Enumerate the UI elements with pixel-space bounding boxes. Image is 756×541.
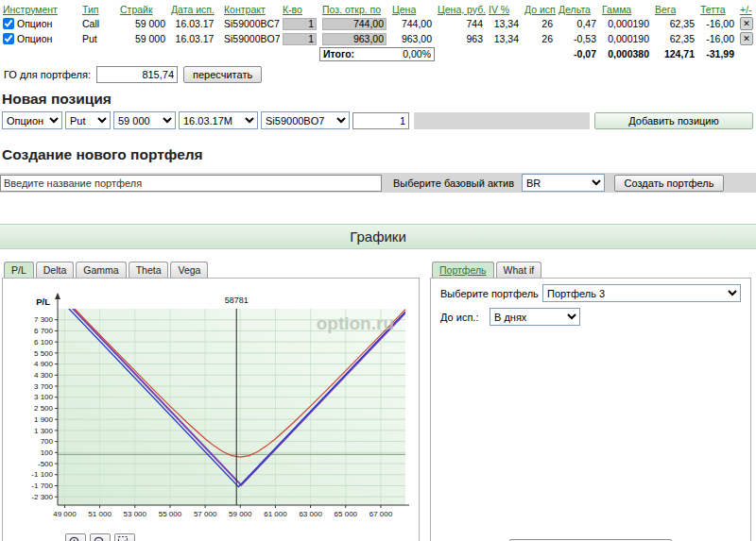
tab-vega[interactable]: Vega [170,262,208,278]
svg-text:P/L: P/L [36,296,50,307]
base-asset-select[interactable]: BR [522,174,605,192]
tab-what-if[interactable]: What if [496,262,542,278]
panels-area: P/L Delta Gamma Theta Vega 587817 3006 7… [0,262,756,541]
svg-text:3 700: 3 700 [34,382,54,391]
cell-strike: 59 000 [117,33,168,44]
exp-date-select[interactable]: 16.03.17M [179,111,258,129]
delete-row-button[interactable]: ✕ [740,17,753,30]
svg-text:51 000: 51 000 [88,510,112,518]
cell-vega: 62,35 [652,33,697,44]
contract-select[interactable]: Si59000BO7 [261,111,350,129]
svg-text:100: 100 [41,448,54,457]
col-header-vega[interactable]: Вега [655,4,676,15]
portfolio-select[interactable]: Портфель 3 [542,284,741,302]
cell-delta: -0,53 [556,33,599,44]
svg-text:7 300: 7 300 [34,315,54,324]
svg-text:5 500: 5 500 [34,349,54,358]
call-put-select[interactable]: Put [65,111,111,129]
chart-tabs: P/L Delta Gamma Theta Vega [2,262,420,278]
new-portfolio-title: Создание нового портфеля [2,146,756,163]
zoom-in-button[interactable] [65,533,86,541]
open-price-input[interactable] [322,18,387,30]
totals-box: Итого: 0,00% [319,47,435,61]
tab-pl[interactable]: P/L [4,262,34,278]
margin-input[interactable] [96,66,178,83]
zoom-selection-icon [117,535,132,541]
svg-text:58781: 58781 [225,296,249,305]
open-price-input[interactable] [322,33,387,45]
cell-qty [280,18,319,30]
delete-row-button[interactable]: ✕ [740,32,753,45]
totals-label: Итого: [323,48,354,59]
table-header-row: Инструмент Тип Страйк Дата исп. Контракт… [0,2,754,16]
col-header-instrument[interactable]: Инструмент [3,4,58,15]
days-select[interactable]: В днях [490,308,580,326]
svg-text:-500: -500 [38,460,54,468]
cell-qty [280,33,319,45]
col-header-gamma[interactable]: Гамма [602,4,631,15]
row-enabled-checkbox[interactable] [3,18,14,29]
svg-text:55 000: 55 000 [159,510,182,518]
portfolio-name-input[interactable] [0,175,382,192]
qty-input[interactable] [283,18,317,30]
col-header-price-rub[interactable]: Цена, руб. [438,4,486,15]
margin-row: ГО для портфеля: пересчитать [4,66,756,83]
totals-gamma: 0,000380 [599,48,652,59]
tab-delta[interactable]: Delta [36,262,75,278]
col-header-contract[interactable]: Контракт [224,4,266,15]
tab-gamma[interactable]: Gamma [76,262,126,278]
col-header-type[interactable]: Тип [82,4,99,15]
cell-theta: -16,00 [697,33,737,44]
cell-exp-date: 16.03.17 [168,33,221,44]
svg-text:67 000: 67 000 [369,510,393,518]
cell-delete: ✕ [737,17,754,31]
tab-portfolio[interactable]: Портфель [432,262,494,278]
recalculate-button[interactable]: пересчитать [183,66,262,83]
col-header-theta[interactable]: Тетта [700,4,726,15]
totals-vega: 124,71 [652,48,697,59]
cell-delta: 0,47 [556,18,599,29]
totals-percent: 0,00% [403,48,431,59]
new-qty-input[interactable] [352,112,409,129]
cell-vega: 62,35 [652,18,697,29]
col-header-delta[interactable]: Дельта [558,4,591,15]
col-header-open-price[interactable]: Поз. откр. по [322,4,381,15]
cell-strike: 59 000 [117,18,168,29]
new-position-title: Новая позиция [2,91,756,108]
zoom-selection-button[interactable] [114,533,135,541]
create-portfolio-button[interactable]: Создать портфель [614,175,724,192]
cell-type: Put [79,33,117,44]
cell-days: 26 [522,18,556,29]
row-enabled-checkbox[interactable] [3,33,14,44]
cell-theta: -16,00 [697,18,737,29]
cell-open-price [319,33,389,45]
col-header-days[interactable]: До исп. [524,4,556,15]
qty-input[interactable] [283,33,317,45]
instrument-label: Опцион [17,33,52,44]
charts-banner: Графики [0,224,756,249]
col-header-strike[interactable]: Страйк [120,4,153,15]
zoom-out-button[interactable] [90,533,111,541]
col-header-plusminus[interactable]: +/- [740,4,752,15]
svg-text:53 000: 53 000 [124,510,147,518]
pl-chart-panel: P/L Delta Gamma Theta Vega 587817 3006 7… [2,262,420,541]
svg-text:-1 700: -1 700 [31,482,53,490]
svg-text:3 100: 3 100 [34,393,54,401]
svg-text:6 100: 6 100 [34,338,54,347]
col-header-qty[interactable]: К-во [283,4,302,15]
col-header-exp-date[interactable]: Дата исп. [171,4,215,15]
col-header-iv[interactable]: IV % [489,4,509,15]
svg-text:65 000: 65 000 [335,510,358,518]
add-position-button[interactable]: Добавить позицию [594,112,753,129]
cell-price-rub: 963 [435,33,486,44]
cell-iv: 13,34 [486,18,522,29]
svg-text:-2 300: -2 300 [31,493,53,501]
new-position-row: Опцион Put 59 000 16.03.17M Si59000BO7 Д… [0,111,756,129]
instrument-select[interactable]: Опцион [2,111,62,129]
chart-body: 587817 3006 7006 1005 5004 9004 3003 700… [2,278,420,541]
svg-text:57 000: 57 000 [194,510,217,518]
col-header-price[interactable]: Цена [392,4,416,15]
instrument-label: Опцион [17,18,52,29]
strike-select[interactable]: 59 000 [113,111,176,129]
tab-theta[interactable]: Theta [129,262,169,278]
